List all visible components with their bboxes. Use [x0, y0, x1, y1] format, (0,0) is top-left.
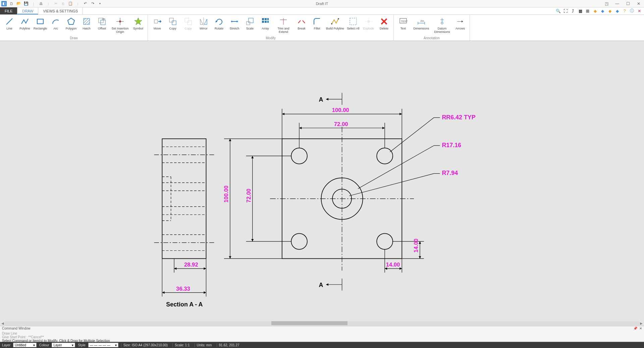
horizontal-scrollbar[interactable]: ◀▶ [1, 321, 643, 326]
snap1-icon[interactable]: ◆ [592, 8, 598, 14]
svg-marker-25 [231, 20, 232, 22]
command-window: Command Window 📌✕ Draw Line Give Start P… [0, 326, 644, 342]
copy-icon[interactable]: ⎘ [60, 1, 66, 6]
tab-views-settings[interactable]: VIEWS & SETTINGS [38, 7, 83, 14]
colour-select[interactable]: Layer▾ [52, 343, 75, 347]
snap4-icon[interactable]: ◆ [614, 8, 620, 14]
delete-button[interactable]: Delete [377, 16, 391, 34]
cmd-line-1: Draw Line [0, 332, 644, 335]
close-red-icon[interactable]: ✕ [637, 8, 642, 14]
svg-text:TEXT: TEXT [401, 20, 408, 23]
svg-marker-21 [204, 19, 207, 24]
svg-line-126 [349, 174, 434, 196]
svg-point-89 [377, 233, 393, 249]
build-polyline-button[interactable]: Build Polyline [325, 16, 345, 34]
break-button[interactable]: Break [294, 16, 309, 34]
status-colour-label: Colour [39, 343, 49, 347]
status-style-label: Style [78, 343, 85, 347]
svg-text:RR6.42 TYP: RR6.42 TYP [442, 114, 475, 121]
print-icon[interactable]: 🖶 [38, 1, 44, 6]
status-units: Units: mm [195, 343, 214, 347]
polyline-button[interactable]: Polyline [17, 16, 32, 34]
fillet-button[interactable]: Fillet [310, 16, 324, 34]
svg-rect-16 [169, 18, 173, 22]
svg-rect-9 [101, 20, 105, 25]
dimensions-button[interactable]: 2mDimensions [411, 16, 431, 34]
undo-icon[interactable]: ↶ [83, 1, 88, 6]
array-button[interactable]: Array [258, 16, 273, 34]
drawing-canvas[interactable]: 28.92 36.33 Section A - A A A 100.00 72.… [0, 41, 644, 321]
layer-select[interactable]: Untitled▾ [13, 343, 37, 347]
line-button[interactable]: Line [2, 16, 17, 34]
snap3-icon[interactable]: ◆ [607, 8, 612, 14]
copy-button[interactable]: Copy [165, 16, 180, 34]
scale-button[interactable]: Scale [243, 16, 257, 34]
section-view: 28.92 36.33 Section A - A [154, 139, 214, 308]
help-icon[interactable]: ? [622, 8, 627, 14]
mirror-button[interactable]: Mirror [196, 16, 211, 34]
hatch-button[interactable]: Hatch [79, 16, 94, 34]
svg-rect-28 [249, 18, 253, 23]
copy-disabled-button: Copy [181, 16, 196, 34]
rotate-button[interactable]: Rotate [212, 16, 226, 34]
close-icon[interactable]: ✕ [635, 1, 643, 6]
arrows-button[interactable]: Arrows [453, 16, 468, 34]
pin-icon[interactable]: 📌 [633, 327, 637, 331]
group-label-draw: Draw [70, 36, 77, 40]
trim-extend-button[interactable]: Trim and Extend [273, 16, 293, 34]
ortho-icon[interactable]: ⊞ [585, 8, 590, 14]
svg-point-40 [367, 20, 370, 23]
help-context-icon[interactable]: ◳ [602, 1, 610, 6]
command-window-title: Command Window [2, 327, 30, 331]
svg-text:2m: 2m [420, 19, 424, 22]
polygon-button[interactable]: Polygon [64, 16, 78, 34]
datum-dimensions-button[interactable]: Datum Dimensions [432, 16, 452, 34]
snap2-icon[interactable]: ◆ [600, 8, 605, 14]
svg-rect-30 [265, 18, 267, 20]
offset-button[interactable]: 2mOffset [95, 16, 109, 34]
cut-icon[interactable]: ✂ [53, 1, 58, 6]
tab-draw[interactable]: DRAW [17, 7, 38, 14]
info-icon[interactable]: ⓘ [629, 8, 635, 14]
ribbon: Line Polyline Rectangle Arc Polygon Hatc… [0, 15, 644, 41]
svg-text:72.00: 72.00 [334, 121, 348, 127]
paste-icon[interactable]: 📋 [68, 1, 73, 6]
svg-text:14.00: 14.00 [413, 239, 419, 253]
arc-button[interactable]: Arc [48, 16, 63, 34]
app-title: Draft IT [316, 2, 328, 6]
maximize-icon[interactable]: ☐ [624, 1, 632, 6]
save-icon[interactable]: 💾 [23, 1, 29, 6]
text-button[interactable]: TEXTText [396, 16, 411, 34]
open-icon[interactable]: 📂 [16, 1, 21, 6]
move-button[interactable]: Move [150, 16, 165, 34]
svg-rect-31 [267, 18, 269, 20]
status-bar: Layer Untitled▾ Colour Layer▾ Style — — … [0, 342, 644, 348]
zoom-prev-icon[interactable]: ⤴ [570, 8, 576, 14]
svg-marker-20 [200, 19, 203, 24]
grid-icon[interactable]: ▦ [578, 8, 583, 14]
zoom-extents-icon[interactable]: ⛶ [563, 8, 568, 14]
set-origin-button[interactable]: Set Insertion Origin [110, 16, 130, 34]
group-label-modify: Modify [266, 36, 275, 40]
new-icon[interactable]: 🗋 [9, 1, 14, 6]
stretch-button[interactable]: Stretch [227, 16, 242, 34]
symbol-button[interactable]: Symbol [131, 16, 146, 34]
svg-rect-17 [172, 21, 176, 25]
qa-dropdown-icon[interactable]: ▾ [97, 1, 103, 6]
svg-text:72.00: 72.00 [246, 189, 252, 203]
app-menu-icon[interactable]: ◧ [1, 1, 7, 6]
close-panel-icon[interactable]: ✕ [639, 327, 642, 331]
style-select[interactable]: — — — — —▾ [88, 343, 118, 347]
redo-icon[interactable]: ↷ [90, 1, 95, 6]
status-scale: Scale: 1:1 [172, 343, 192, 347]
minimize-icon[interactable]: — [613, 1, 621, 6]
svg-line-6 [85, 20, 90, 24]
zoom-window-icon[interactable]: 🔍 [555, 8, 561, 14]
svg-text:2m: 2m [102, 18, 105, 20]
rectangle-button[interactable]: Rectangle [33, 16, 48, 34]
tab-file[interactable]: FILE [0, 7, 17, 14]
svg-text:100.00: 100.00 [223, 186, 229, 203]
svg-text:A: A [319, 96, 323, 103]
select-all-button[interactable]: Select All [346, 16, 361, 34]
svg-point-37 [331, 23, 332, 24]
